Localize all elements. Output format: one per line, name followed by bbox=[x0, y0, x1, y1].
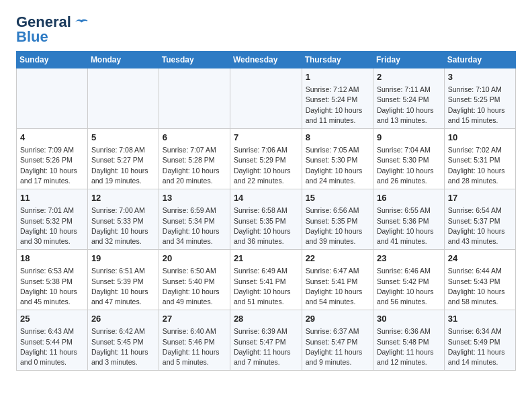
calendar-body: 1Sunrise: 7:12 AM Sunset: 5:24 PM Daylig… bbox=[17, 68, 516, 371]
day-number: 31 bbox=[448, 313, 512, 325]
day-info: Sunrise: 6:59 AM Sunset: 5:34 PM Dayligh… bbox=[163, 205, 226, 246]
calendar-cell: 26Sunrise: 6:42 AM Sunset: 5:45 PM Dayli… bbox=[87, 310, 159, 371]
calendar-cell: 30Sunrise: 6:36 AM Sunset: 5:48 PM Dayli… bbox=[373, 310, 444, 371]
day-number: 14 bbox=[234, 192, 298, 204]
day-info: Sunrise: 6:37 AM Sunset: 5:47 PM Dayligh… bbox=[306, 326, 369, 367]
calendar-cell bbox=[17, 68, 88, 129]
day-info: Sunrise: 6:44 AM Sunset: 5:43 PM Dayligh… bbox=[448, 266, 512, 307]
day-number: 19 bbox=[91, 253, 155, 265]
calendar-cell: 16Sunrise: 6:55 AM Sunset: 5:36 PM Dayli… bbox=[373, 189, 444, 250]
logo: General Blue bbox=[16, 13, 89, 46]
day-info: Sunrise: 6:46 AM Sunset: 5:42 PM Dayligh… bbox=[377, 266, 441, 307]
day-info: Sunrise: 6:56 AM Sunset: 5:35 PM Dayligh… bbox=[306, 205, 369, 246]
weekday-header: Monday bbox=[87, 52, 159, 68]
calendar-cell: 28Sunrise: 6:39 AM Sunset: 5:47 PM Dayli… bbox=[230, 310, 302, 371]
day-number: 22 bbox=[306, 253, 369, 265]
calendar-cell: 12Sunrise: 7:00 AM Sunset: 5:33 PM Dayli… bbox=[87, 189, 159, 250]
calendar-cell: 27Sunrise: 6:40 AM Sunset: 5:46 PM Dayli… bbox=[159, 310, 230, 371]
day-number: 18 bbox=[20, 253, 84, 265]
day-info: Sunrise: 7:09 AM Sunset: 5:26 PM Dayligh… bbox=[20, 145, 84, 186]
calendar-cell: 18Sunrise: 6:53 AM Sunset: 5:38 PM Dayli… bbox=[17, 250, 88, 310]
calendar-cell: 6Sunrise: 7:07 AM Sunset: 5:28 PM Daylig… bbox=[159, 129, 230, 189]
calendar-cell: 19Sunrise: 6:51 AM Sunset: 5:39 PM Dayli… bbox=[87, 250, 159, 310]
day-number: 9 bbox=[377, 132, 441, 144]
calendar-cell: 4Sunrise: 7:09 AM Sunset: 5:26 PM Daylig… bbox=[17, 129, 88, 189]
day-number: 28 bbox=[234, 313, 298, 325]
day-number: 25 bbox=[20, 313, 84, 325]
calendar-cell: 9Sunrise: 7:04 AM Sunset: 5:30 PM Daylig… bbox=[373, 129, 444, 189]
day-number: 10 bbox=[448, 132, 512, 144]
day-info: Sunrise: 6:43 AM Sunset: 5:44 PM Dayligh… bbox=[20, 326, 84, 367]
header-row: SundayMondayTuesdayWednesdayThursdayFrid… bbox=[17, 52, 516, 68]
calendar-cell: 23Sunrise: 6:46 AM Sunset: 5:42 PM Dayli… bbox=[373, 250, 444, 310]
calendar-table: SundayMondayTuesdayWednesdayThursdayFrid… bbox=[16, 51, 516, 371]
header: General Blue bbox=[16, 13, 516, 46]
day-number: 8 bbox=[306, 132, 369, 144]
day-info: Sunrise: 7:07 AM Sunset: 5:28 PM Dayligh… bbox=[163, 145, 226, 186]
calendar-cell bbox=[230, 68, 302, 129]
day-info: Sunrise: 6:51 AM Sunset: 5:39 PM Dayligh… bbox=[91, 266, 155, 307]
calendar-cell bbox=[87, 68, 159, 129]
calendar-cell: 21Sunrise: 6:49 AM Sunset: 5:41 PM Dayli… bbox=[230, 250, 302, 310]
day-number: 29 bbox=[306, 313, 369, 325]
day-info: Sunrise: 6:40 AM Sunset: 5:46 PM Dayligh… bbox=[163, 326, 226, 367]
day-number: 3 bbox=[448, 71, 512, 83]
day-number: 21 bbox=[234, 253, 298, 265]
day-info: Sunrise: 7:02 AM Sunset: 5:31 PM Dayligh… bbox=[448, 145, 512, 186]
weekday-header: Sunday bbox=[17, 52, 88, 68]
day-number: 2 bbox=[377, 71, 441, 83]
day-info: Sunrise: 6:53 AM Sunset: 5:38 PM Dayligh… bbox=[20, 266, 84, 307]
day-number: 11 bbox=[20, 192, 84, 204]
calendar-cell: 5Sunrise: 7:08 AM Sunset: 5:27 PM Daylig… bbox=[87, 129, 159, 189]
day-info: Sunrise: 7:06 AM Sunset: 5:29 PM Dayligh… bbox=[234, 145, 298, 186]
calendar-cell: 29Sunrise: 6:37 AM Sunset: 5:47 PM Dayli… bbox=[302, 310, 373, 371]
day-info: Sunrise: 6:58 AM Sunset: 5:35 PM Dayligh… bbox=[234, 205, 298, 246]
day-number: 23 bbox=[377, 253, 441, 265]
day-info: Sunrise: 6:39 AM Sunset: 5:47 PM Dayligh… bbox=[234, 326, 298, 367]
day-number: 1 bbox=[306, 71, 369, 83]
day-number: 26 bbox=[91, 313, 155, 325]
calendar-cell: 15Sunrise: 6:56 AM Sunset: 5:35 PM Dayli… bbox=[302, 189, 373, 250]
day-number: 27 bbox=[163, 313, 226, 325]
day-info: Sunrise: 7:00 AM Sunset: 5:33 PM Dayligh… bbox=[91, 205, 155, 246]
day-info: Sunrise: 7:04 AM Sunset: 5:30 PM Dayligh… bbox=[377, 145, 441, 186]
logo-bird-icon bbox=[74, 17, 89, 28]
calendar-week-row: 25Sunrise: 6:43 AM Sunset: 5:44 PM Dayli… bbox=[17, 310, 516, 371]
calendar-cell: 13Sunrise: 6:59 AM Sunset: 5:34 PM Dayli… bbox=[159, 189, 230, 250]
day-number: 4 bbox=[20, 132, 84, 144]
day-number: 30 bbox=[377, 313, 441, 325]
calendar-cell: 8Sunrise: 7:05 AM Sunset: 5:30 PM Daylig… bbox=[302, 129, 373, 189]
day-number: 24 bbox=[448, 253, 512, 265]
day-number: 6 bbox=[163, 132, 226, 144]
calendar-cell: 14Sunrise: 6:58 AM Sunset: 5:35 PM Dayli… bbox=[230, 189, 302, 250]
day-info: Sunrise: 6:36 AM Sunset: 5:48 PM Dayligh… bbox=[377, 326, 441, 367]
weekday-header: Saturday bbox=[444, 52, 515, 68]
calendar-cell bbox=[159, 68, 230, 129]
calendar-week-row: 18Sunrise: 6:53 AM Sunset: 5:38 PM Dayli… bbox=[17, 250, 516, 310]
day-number: 12 bbox=[91, 192, 155, 204]
calendar-cell: 22Sunrise: 6:47 AM Sunset: 5:41 PM Dayli… bbox=[302, 250, 373, 310]
calendar-cell: 31Sunrise: 6:34 AM Sunset: 5:49 PM Dayli… bbox=[444, 310, 515, 371]
day-number: 16 bbox=[377, 192, 441, 204]
day-info: Sunrise: 7:12 AM Sunset: 5:24 PM Dayligh… bbox=[306, 85, 369, 126]
day-info: Sunrise: 7:01 AM Sunset: 5:32 PM Dayligh… bbox=[20, 205, 84, 246]
logo-text-blue: Blue bbox=[16, 28, 48, 46]
day-number: 15 bbox=[306, 192, 369, 204]
calendar-cell: 7Sunrise: 7:06 AM Sunset: 5:29 PM Daylig… bbox=[230, 129, 302, 189]
day-number: 13 bbox=[163, 192, 226, 204]
weekday-header: Thursday bbox=[302, 52, 373, 68]
calendar-cell: 17Sunrise: 6:54 AM Sunset: 5:37 PM Dayli… bbox=[444, 189, 515, 250]
day-info: Sunrise: 6:42 AM Sunset: 5:45 PM Dayligh… bbox=[91, 326, 155, 367]
day-info: Sunrise: 7:08 AM Sunset: 5:27 PM Dayligh… bbox=[91, 145, 155, 186]
day-info: Sunrise: 6:34 AM Sunset: 5:49 PM Dayligh… bbox=[448, 326, 512, 367]
day-info: Sunrise: 7:11 AM Sunset: 5:24 PM Dayligh… bbox=[377, 85, 441, 126]
day-number: 5 bbox=[91, 132, 155, 144]
calendar-cell: 11Sunrise: 7:01 AM Sunset: 5:32 PM Dayli… bbox=[17, 189, 88, 250]
day-info: Sunrise: 7:05 AM Sunset: 5:30 PM Dayligh… bbox=[306, 145, 369, 186]
calendar-week-row: 1Sunrise: 7:12 AM Sunset: 5:24 PM Daylig… bbox=[17, 68, 516, 129]
calendar-week-row: 11Sunrise: 7:01 AM Sunset: 5:32 PM Dayli… bbox=[17, 189, 516, 250]
day-info: Sunrise: 7:10 AM Sunset: 5:25 PM Dayligh… bbox=[448, 85, 512, 126]
weekday-header: Wednesday bbox=[230, 52, 302, 68]
day-number: 7 bbox=[234, 132, 298, 144]
calendar-cell: 3Sunrise: 7:10 AM Sunset: 5:25 PM Daylig… bbox=[444, 68, 515, 129]
